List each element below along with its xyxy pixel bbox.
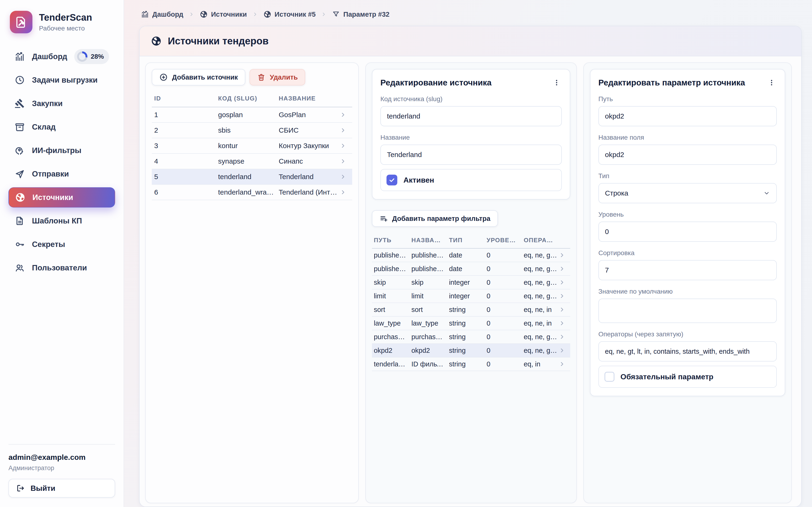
required-checkbox-label: Обязательный параметр <box>620 373 714 381</box>
edit-source-card: Редактирование источника Код источника (… <box>372 69 570 200</box>
field-name-input[interactable] <box>598 145 777 165</box>
level-input[interactable] <box>598 222 777 242</box>
sidebar-item-label: Источники <box>33 193 73 202</box>
chevron-right-icon <box>560 306 565 313</box>
active-checkbox-row[interactable]: Активен <box>380 169 562 191</box>
logout-button[interactable]: Выйти <box>8 479 115 498</box>
add-source-button[interactable]: Добавить источник <box>152 69 245 86</box>
table-row[interactable]: 1 gosplan GosPlan <box>152 107 352 123</box>
chevron-right-icon <box>189 11 195 17</box>
edit-param-card: Редактировать параметр источника Путь На… <box>590 69 785 396</box>
sidebar-item-secrets[interactable]: Секреты <box>8 234 115 255</box>
sources-list-panel: Добавить источник Удалить ID КОД (SLUG) … <box>145 62 359 503</box>
breadcrumb-sources[interactable]: Источники <box>200 10 247 18</box>
sources-card: Источники тендеров Добавить источник <box>139 26 802 507</box>
sidebar-item-warehouse[interactable]: Склад <box>8 117 115 137</box>
sidebar-item-export-tasks[interactable]: Задачи выгрузки <box>8 70 115 90</box>
kebab-menu-icon <box>768 78 775 87</box>
users-icon <box>14 263 25 273</box>
globe-icon <box>200 10 208 18</box>
gavel-icon <box>14 98 25 109</box>
globe-icon <box>151 36 162 47</box>
document-icon <box>14 216 25 226</box>
sidebar-item-purchases[interactable]: Закупки <box>8 94 115 114</box>
ai-head-icon <box>14 145 25 156</box>
playlist-add-icon <box>379 214 388 223</box>
sidebar-item-label: Секреты <box>32 240 65 249</box>
sidebar-item-dispatches[interactable]: Отправки <box>8 164 115 184</box>
chevron-right-icon <box>560 292 565 299</box>
brand-text: TenderScan Рабочее место <box>39 12 92 32</box>
param-row[interactable]: publishe… publishe… date 0 eq, ne, g… <box>372 248 570 262</box>
sidebar-item-label: Отправки <box>32 169 69 178</box>
checkbox-checked-icon[interactable] <box>387 175 397 185</box>
param-row[interactable]: tenderla… ID фильт… string 0 eq, in <box>372 357 570 371</box>
param-row-selected[interactable]: okpd2 okpd2 string 0 eq, ne, g… <box>372 344 570 357</box>
logout-label: Выйти <box>31 484 55 493</box>
filter-params-table: ПУТЬ НАЗВА… ТИП УРОВЕ… ОПЕРА… publishe… … <box>372 237 570 371</box>
app-subtitle: Рабочее место <box>39 25 92 32</box>
breadcrumb-param-32[interactable]: Параметр #32 <box>332 10 389 18</box>
default-value-input[interactable] <box>598 298 777 323</box>
default-value-label: Значение по умолчанию <box>598 288 777 295</box>
level-label: Уровень <box>598 211 777 218</box>
sidebar-item-label: Склад <box>32 122 56 131</box>
chevron-right-icon <box>341 189 347 196</box>
chevron-right-icon <box>560 279 565 286</box>
param-row[interactable]: limit limit integer 0 eq, ne, g… <box>372 289 570 303</box>
sort-input[interactable] <box>598 260 777 280</box>
active-checkbox-label: Активен <box>403 176 434 184</box>
edit-source-title: Редактирование источника <box>380 78 492 87</box>
sidebar-item-ai-filters[interactable]: ИИ-фильтры <box>8 140 115 161</box>
chevron-right-icon <box>252 11 258 17</box>
breadcrumb: Дашборд Источники Источник #5 Параметр #… <box>139 10 802 18</box>
page-header: Источники тендеров <box>140 26 801 56</box>
table-row-selected[interactable]: 5 tenderland Tenderland <box>152 169 352 185</box>
slug-input[interactable] <box>380 106 562 126</box>
sidebar-item-dashboard[interactable]: Дашборд 28% <box>8 47 115 67</box>
source-name-input[interactable] <box>380 145 562 165</box>
progress-value: 28% <box>91 53 104 60</box>
edit-source-panel: Редактирование источника Код источника (… <box>365 62 577 503</box>
sidebar-item-users[interactable]: Пользователи <box>8 258 115 278</box>
table-row[interactable]: 6 tenderland_wrap… Tenderland (Инт… <box>152 185 352 200</box>
sidebar-item-templates[interactable]: Шаблоны КП <box>8 211 115 231</box>
sources-toolbar: Добавить источник Удалить <box>152 69 352 86</box>
table-row[interactable]: 4 synapse Синапс <box>152 154 352 169</box>
param-row[interactable]: law_type law_type string 0 eq, ne, in <box>372 317 570 330</box>
sidebar-item-label: ИИ-фильтры <box>32 146 81 155</box>
operators-input[interactable] <box>598 341 777 361</box>
globe-icon <box>263 10 271 18</box>
param-row[interactable]: sort sort string 0 eq, ne, in <box>372 303 570 317</box>
sidebar-footer: admin@example.com Администратор Выйти <box>8 444 115 498</box>
breadcrumb-dashboard[interactable]: Дашборд <box>141 10 183 18</box>
breadcrumb-source-5[interactable]: Источник #5 <box>263 10 316 18</box>
sources-table: ID КОД (SLUG) НАЗВАНИЕ 1 gosplan GosPlan… <box>152 95 352 200</box>
archive-icon <box>14 122 25 132</box>
sidebar-item-sources[interactable]: Источники <box>8 187 115 208</box>
edit-source-menu-button[interactable] <box>551 77 562 88</box>
app-title: TenderScan <box>39 12 92 23</box>
param-row[interactable]: skip skip integer 0 eq, ne, g… <box>372 276 570 289</box>
edit-param-title: Редактировать параметр источника <box>598 78 745 87</box>
param-row[interactable]: purchas… purchas… string 0 eq, ne, g… <box>372 330 570 344</box>
funnel-icon <box>332 10 340 18</box>
add-filter-param-button[interactable]: Добавить параметр фильтра <box>372 210 498 227</box>
sidebar-item-label: Шаблоны КП <box>32 216 82 225</box>
edit-param-panel: Редактировать параметр источника Путь На… <box>583 62 792 503</box>
table-row[interactable]: 3 kontur Контур Закупки <box>152 138 352 154</box>
edit-param-menu-button[interactable] <box>766 77 777 88</box>
checkbox-unchecked-icon[interactable] <box>605 372 614 382</box>
param-row[interactable]: publishe… publishe… date 0 eq, ne, g… <box>372 262 570 276</box>
type-select[interactable]: Строка <box>598 183 777 203</box>
path-input[interactable] <box>598 106 777 126</box>
chevron-right-icon <box>560 320 565 327</box>
sidebar-item-label: Пользователи <box>32 263 87 272</box>
table-row[interactable]: 2 sbis СБИС <box>152 123 352 138</box>
chevron-right-icon <box>341 142 347 149</box>
key-icon <box>14 239 25 249</box>
delete-source-button[interactable]: Удалить <box>250 69 305 86</box>
sidebar-nav: Дашборд 28% Задачи выгрузки Закупки Скла… <box>8 47 115 278</box>
clock-icon <box>14 75 25 85</box>
required-checkbox-row[interactable]: Обязательный параметр <box>598 366 777 388</box>
